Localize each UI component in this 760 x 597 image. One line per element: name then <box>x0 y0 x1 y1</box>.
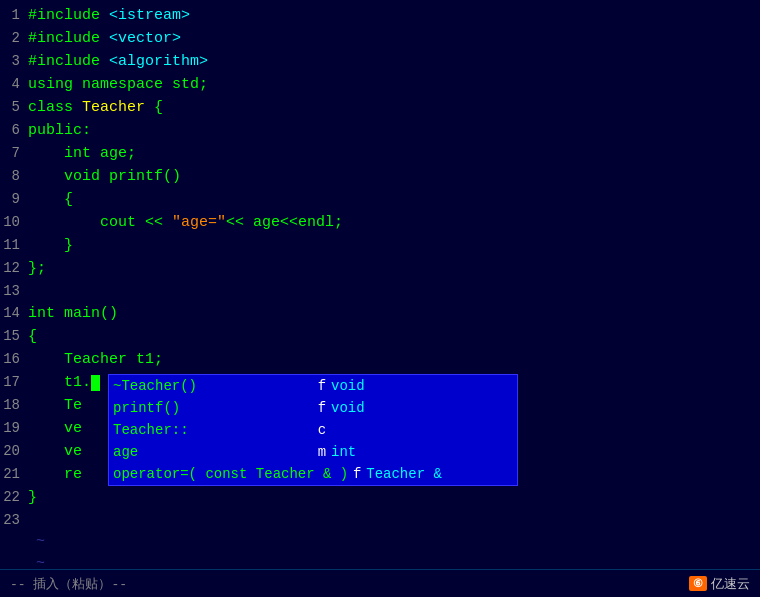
code-line-6: 6 public: <box>0 119 760 142</box>
line-content: ve <box>28 418 82 440</box>
line-content: ve <box>28 441 82 463</box>
autocomplete-dropdown[interactable]: ~Teacher() f void printf() f void Teache… <box>108 374 518 486</box>
line-number: 7 <box>0 142 28 164</box>
line-content: int main() <box>28 303 118 325</box>
line-number: 15 <box>0 325 28 347</box>
code-line-10: 10 cout << "age="<< age<<endl; <box>0 211 760 234</box>
line-content: #include <istream> <box>28 5 190 27</box>
ac-item-type: int <box>331 444 401 460</box>
statusbar: -- 插入（粘贴）-- ⑥ 亿速云 <box>0 569 760 597</box>
line-number: 13 <box>0 280 28 302</box>
ac-item-name: operator=( const Teacher & ) <box>113 466 348 482</box>
text-cursor <box>91 375 100 391</box>
insert-mode-label: -- 插入（粘贴）-- <box>10 575 127 593</box>
line-number: 19 <box>0 417 28 439</box>
ac-item-type-letter: f <box>348 466 366 482</box>
autocomplete-item-1[interactable]: printf() f void <box>109 397 517 419</box>
line-number: 20 <box>0 440 28 462</box>
line-number: 2 <box>0 27 28 49</box>
line-content: int age; <box>28 143 136 165</box>
line-content: re <box>28 464 82 486</box>
code-line-8: 8 void printf() <box>0 165 760 188</box>
ac-item-type: void <box>331 400 401 416</box>
ac-item-name: ~Teacher() <box>113 378 313 394</box>
ac-item-name: age <box>113 444 313 460</box>
autocomplete-item-4[interactable]: operator=( const Teacher & ) f Teacher & <box>109 463 517 485</box>
line-content: void printf() <box>28 166 181 188</box>
ac-item-type-letter: f <box>313 378 331 394</box>
code-area: 1 #include <istream> 2 #include <vector>… <box>0 0 760 579</box>
line-number: 16 <box>0 348 28 370</box>
code-line-9: 9 { <box>0 188 760 211</box>
line-content: } <box>28 487 37 509</box>
line-content: { <box>28 189 73 211</box>
ac-item-name: printf() <box>113 400 313 416</box>
line-content: #include <algorithm> <box>28 51 208 73</box>
line-content: #include <vector> <box>28 28 181 50</box>
line-number: 11 <box>0 234 28 256</box>
brand-icon: ⑥ <box>689 576 707 591</box>
line-number: 6 <box>0 119 28 141</box>
line-number: 17 <box>0 371 28 393</box>
line-number: 18 <box>0 394 28 416</box>
code-line-11: 11 } <box>0 234 760 257</box>
code-line-2: 2 #include <vector> <box>0 27 760 50</box>
code-line-22: 22 } <box>0 486 760 509</box>
code-line-12: 12 }; <box>0 257 760 280</box>
brand-name: 亿速云 <box>711 575 750 593</box>
line-content: cout << "age="<< age<<endl; <box>28 212 343 234</box>
line-number: 12 <box>0 257 28 279</box>
code-line-3: 3 #include <algorithm> <box>0 50 760 73</box>
line-content: Te <box>28 395 82 417</box>
code-line-15: 15 { <box>0 325 760 348</box>
code-line-7: 7 int age; <box>0 142 760 165</box>
line-number: 10 <box>0 211 28 233</box>
ac-item-name: Teacher:: <box>113 422 313 438</box>
tilde-line: ~ <box>0 531 760 553</box>
line-number: 1 <box>0 4 28 26</box>
code-line-5: 5 class Teacher { <box>0 96 760 119</box>
line-number: 22 <box>0 486 28 508</box>
ac-item-type: void <box>331 378 401 394</box>
line-number: 5 <box>0 96 28 118</box>
line-content: Teacher t1; <box>28 349 163 371</box>
code-line-16: 16 Teacher t1; <box>0 348 760 371</box>
line-content: }; <box>28 258 46 280</box>
line-number: 4 <box>0 73 28 95</box>
autocomplete-item-2[interactable]: Teacher:: c <box>109 419 517 441</box>
ac-item-type: Teacher & <box>366 466 442 482</box>
brand-badge: ⑥ 亿速云 <box>689 575 750 593</box>
autocomplete-item-0[interactable]: ~Teacher() f void <box>109 375 517 397</box>
line-number: 23 <box>0 509 28 531</box>
line-content: t1. <box>28 372 100 394</box>
line-content: { <box>28 326 37 348</box>
code-line-4: 4 using namespace std; <box>0 73 760 96</box>
line-content: } <box>28 235 73 257</box>
line-number: 9 <box>0 188 28 210</box>
line-content: class Teacher { <box>28 97 163 119</box>
ac-item-type-letter: f <box>313 400 331 416</box>
line-number: 21 <box>0 463 28 485</box>
code-line-1: 1 #include <istream> <box>0 4 760 27</box>
code-line-14: 14 int main() <box>0 302 760 325</box>
line-number: 8 <box>0 165 28 187</box>
autocomplete-item-3[interactable]: age m int <box>109 441 517 463</box>
code-line-13: 13 <box>0 280 760 302</box>
ac-item-type-letter: m <box>313 444 331 460</box>
code-editor: 1 #include <istream> 2 #include <vector>… <box>0 0 760 597</box>
ac-item-type-letter: c <box>313 422 331 438</box>
line-number: 14 <box>0 302 28 324</box>
line-content: using namespace std; <box>28 74 208 96</box>
line-number: 3 <box>0 50 28 72</box>
code-line-23: 23 <box>0 509 760 531</box>
line-content: public: <box>28 120 91 142</box>
